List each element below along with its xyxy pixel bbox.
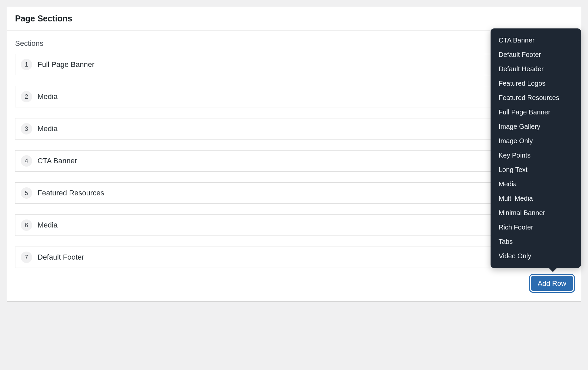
popover-item-key-points[interactable]: Key Points — [497, 148, 574, 163]
row-label: Default Footer — [38, 253, 84, 262]
popover-item-video-only[interactable]: Video Only — [497, 249, 574, 263]
popover-item-long-text[interactable]: Long Text — [497, 163, 574, 177]
section-row[interactable]: 5 Featured Resources — [15, 182, 573, 204]
panel-header: Page Sections — [7, 7, 581, 30]
row-label: Media — [38, 221, 58, 229]
row-index-badge: 6 — [21, 219, 32, 231]
popover-item-media[interactable]: Media — [497, 177, 574, 191]
sections-field-label: Sections — [15, 39, 573, 48]
section-row[interactable]: 3 Media — [15, 118, 573, 140]
popover-item-minimal-banner[interactable]: Minimal Banner — [497, 206, 574, 220]
add-row-button[interactable]: Add Row — [531, 276, 573, 291]
add-row-popover: CTA Banner Default Footer Default Header… — [491, 28, 581, 268]
row-label: Media — [38, 92, 58, 101]
panel-body: Sections 1 Full Page Banner 2 Media 3 Me… — [7, 30, 581, 301]
row-index-badge: 7 — [21, 252, 32, 263]
page-sections-panel: Page Sections Sections 1 Full Page Banne… — [7, 7, 581, 302]
popover-item-featured-resources[interactable]: Featured Resources — [497, 91, 574, 105]
popover-item-full-page-banner[interactable]: Full Page Banner — [497, 105, 574, 119]
row-index-badge: 1 — [21, 59, 32, 70]
row-label: CTA Banner — [38, 157, 77, 165]
row-index-badge: 5 — [21, 187, 32, 199]
popover-item-image-gallery[interactable]: Image Gallery — [497, 119, 574, 134]
actions-bar: Add Row — [15, 276, 573, 291]
row-index-badge: 3 — [21, 123, 32, 134]
section-row[interactable]: 6 Media — [15, 214, 573, 236]
row-index-badge: 2 — [21, 91, 32, 102]
row-index-badge: 4 — [21, 155, 32, 167]
row-label: Featured Resources — [38, 189, 104, 197]
popover-item-cta-banner[interactable]: CTA Banner — [497, 33, 574, 48]
sections-row-list: 1 Full Page Banner 2 Media 3 Media 4 CTA… — [15, 54, 573, 268]
section-row[interactable]: 1 Full Page Banner — [15, 54, 573, 75]
popover-item-default-header[interactable]: Default Header — [497, 62, 574, 76]
panel-title: Page Sections — [15, 14, 573, 23]
section-row[interactable]: 2 Media — [15, 86, 573, 107]
row-label: Media — [38, 124, 58, 133]
popover-item-default-footer[interactable]: Default Footer — [497, 48, 574, 62]
section-row[interactable]: 4 CTA Banner — [15, 150, 573, 172]
popover-item-rich-footer[interactable]: Rich Footer — [497, 220, 574, 235]
popover-item-image-only[interactable]: Image Only — [497, 134, 574, 148]
popover-item-tabs[interactable]: Tabs — [497, 235, 574, 249]
section-row[interactable]: 7 Default Footer — [15, 247, 573, 268]
popover-item-multi-media[interactable]: Multi Media — [497, 191, 574, 206]
popover-item-featured-logos[interactable]: Featured Logos — [497, 76, 574, 91]
row-label: Full Page Banner — [38, 60, 94, 69]
